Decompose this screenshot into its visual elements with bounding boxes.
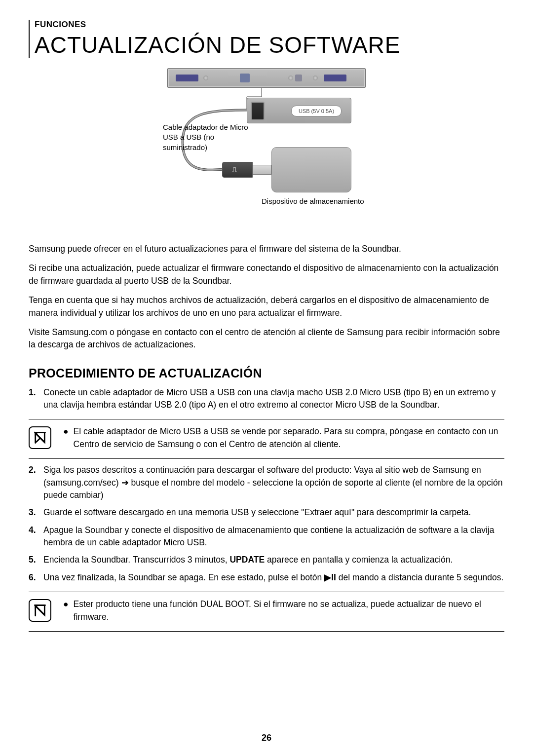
step-6: Una vez finalizada, la Soundbar se apaga…: [29, 571, 504, 584]
micro-usb-plug-illustration: [251, 102, 265, 120]
step-3: Guarde el software descargado en una mem…: [29, 506, 504, 519]
page-number: 26: [0, 733, 533, 743]
usb-connector-illustration: ⎍: [222, 162, 271, 177]
step-2: Siga los pasos descritos a continuación …: [29, 464, 504, 501]
storage-label: Dispositivo de almacenamiento: [262, 196, 364, 206]
cable-label: Cable adaptador de Micro USB a USB (no s…: [163, 122, 252, 152]
note-icon: [29, 426, 51, 449]
note-box-1: ● El cable adaptador de Micro USB a USB …: [29, 419, 504, 459]
section-breadcrumb: FUNCIONES: [35, 20, 504, 30]
note-2-text: Ester producto tiene una función DUAL BO…: [74, 598, 504, 623]
intro-paragraph-3: Tenga en cuenta que si hay muchos archiv…: [29, 294, 504, 319]
page-title: ACTUALIZACIÓN DE SOFTWARE: [35, 32, 504, 58]
storage-device-illustration: [271, 147, 351, 192]
usb-port-badge: USB (5V 0.5A): [291, 106, 342, 116]
procedure-heading: PROCEDIMIENTO DE ACTUALIZACIÓN: [29, 366, 504, 380]
intro-paragraph-1: Samsung puede ofrecer en el futuro actua…: [29, 243, 504, 255]
play-pause-icon: ▶II: [324, 572, 336, 582]
usb-icon: ⎍: [232, 165, 236, 173]
step-1: Conecte un cable adaptador de Micro USB …: [29, 386, 504, 412]
bullet-dot: ●: [63, 425, 69, 451]
step-4: Apague la Soundbar y conecte el disposit…: [29, 524, 504, 549]
update-keyword: UPDATE: [229, 555, 265, 565]
intro-paragraph-2: Si recibe una actualización, puede actua…: [29, 262, 504, 287]
note-1-text: El cable adaptador de Micro USB a USB se…: [74, 425, 504, 451]
soundbar-illustration: [167, 68, 366, 88]
bullet-dot: ●: [63, 598, 69, 623]
note-icon: [29, 599, 51, 622]
note-box-2: ● Ester producto tiene una función DUAL …: [29, 592, 504, 632]
connection-diagram: USB (5V 0.5A) Cable adaptador de Micro U…: [163, 68, 370, 236]
step-5: Encienda la Soundbar. Transcurridos 3 mi…: [29, 554, 504, 566]
intro-paragraph-4: Visite Samsung.com o póngase en contacto…: [29, 326, 504, 351]
